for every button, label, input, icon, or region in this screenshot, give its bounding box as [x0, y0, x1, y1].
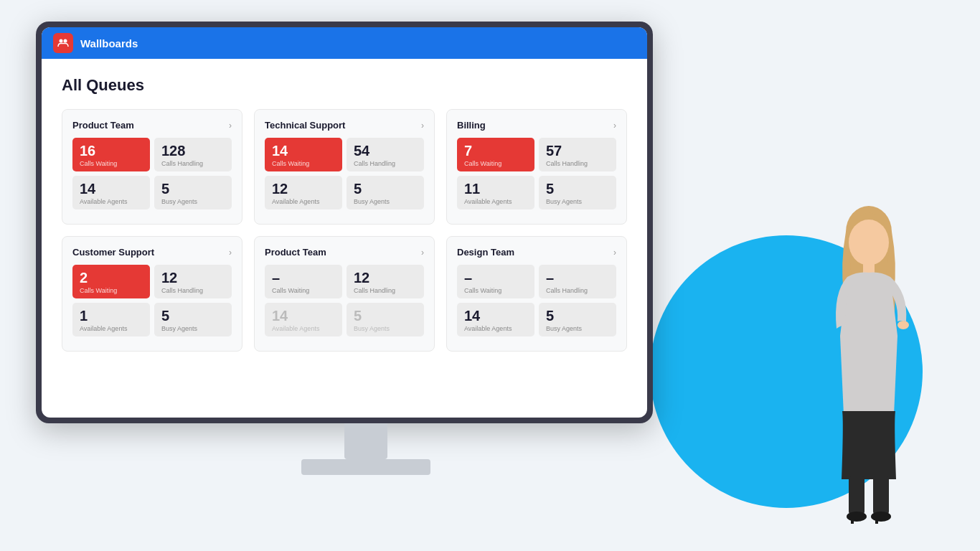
queue-primary-stats-product-team-2: – Calls Waiting 12 Calls Handling [265, 265, 424, 298]
calls-handling-box-design-team: – Calls Handling [539, 265, 616, 298]
queue-secondary-stats-design-team: 14 Available Agents 5 Busy Agents [457, 303, 616, 336]
calls-waiting-box-product-team-2: – Calls Waiting [265, 265, 342, 298]
queue-card-product-team-2[interactable]: Product Team › – Calls Waiting 12 Calls … [254, 236, 435, 352]
main-content: All Queues Product Team › 16 Calls Waiti… [42, 59, 647, 418]
calls-handling-box-technical-support: 54 Calls Handling [347, 138, 424, 171]
busy-agents-box-technical-support: 5 Busy Agents [347, 176, 424, 209]
queue-name-technical-support: Technical Support [265, 120, 345, 131]
calls-handling-label-product-team-1: Calls Handling [161, 160, 225, 167]
queue-card-billing[interactable]: Billing › 7 Calls Waiting 57 Calls Handl… [446, 109, 627, 225]
calls-handling-label-billing: Calls Handling [546, 160, 609, 167]
queue-chevron-product-team-1[interactable]: › [229, 121, 232, 131]
available-agents-label-technical-support: Available Agents [272, 198, 335, 205]
available-agents-box-product-team-1: 14 Available Agents [72, 176, 150, 209]
svg-rect-10 [851, 517, 854, 524]
calls-handling-label-technical-support: Calls Handling [354, 160, 417, 167]
busy-agents-label-customer-support: Busy Agents [161, 325, 225, 332]
busy-agents-box-billing: 5 Busy Agents [539, 176, 616, 209]
queue-header-customer-support: Customer Support › [72, 247, 232, 258]
queue-primary-stats-customer-support: 2 Calls Waiting 12 Calls Handling [72, 265, 232, 298]
calls-handling-label-product-team-2: Calls Handling [354, 287, 417, 294]
monitor-bezel: Wallboards All Queues Product Team › 16 … [36, 22, 653, 423]
calls-handling-value-product-team-2: 12 [354, 269, 417, 286]
busy-agents-label-product-team-2: Busy Agents [354, 325, 417, 332]
busy-agents-label-design-team: Busy Agents [546, 325, 609, 332]
calls-waiting-label-billing: Calls Waiting [464, 160, 527, 167]
calls-handling-box-customer-support: 12 Calls Handling [154, 265, 232, 298]
available-agents-box-product-team-2: 14 Available Agents [265, 303, 342, 336]
busy-agents-value-product-team-1: 5 [161, 180, 225, 197]
busy-agents-value-customer-support: 5 [161, 307, 225, 324]
person-illustration [797, 192, 941, 537]
calls-handling-box-billing: 57 Calls Handling [539, 138, 616, 171]
queue-name-product-team-1: Product Team [72, 120, 134, 131]
svg-point-1 [64, 39, 67, 43]
queue-card-product-team-1[interactable]: Product Team › 16 Calls Waiting 128 Call… [62, 109, 242, 225]
calls-waiting-label-technical-support: Calls Waiting [272, 160, 335, 167]
queue-secondary-stats-billing: 11 Available Agents 5 Busy Agents [457, 176, 616, 209]
queue-card-design-team[interactable]: Design Team › – Calls Waiting – Calls Ha… [446, 236, 627, 352]
queue-chevron-design-team[interactable]: › [613, 248, 616, 258]
busy-agents-box-product-team-1: 5 Busy Agents [154, 176, 232, 209]
calls-waiting-label-product-team-1: Calls Waiting [80, 160, 143, 167]
app-header: Wallboards [42, 27, 647, 59]
monitor: Wallboards All Queues Product Team › 16 … [36, 22, 696, 509]
queue-primary-stats-design-team: – Calls Waiting – Calls Handling [457, 265, 616, 298]
available-agents-box-design-team: 14 Available Agents [457, 303, 534, 336]
queue-chevron-billing[interactable]: › [613, 121, 616, 131]
calls-handling-label-customer-support: Calls Handling [161, 287, 225, 294]
busy-agents-label-billing: Busy Agents [546, 198, 609, 205]
queue-header-design-team: Design Team › [457, 247, 616, 258]
available-agents-label-product-team-2: Available Agents [272, 325, 335, 332]
calls-waiting-box-design-team: – Calls Waiting [457, 265, 534, 298]
svg-rect-7 [873, 476, 889, 515]
calls-handling-box-product-team-2: 12 Calls Handling [347, 265, 424, 298]
queue-header-technical-support: Technical Support › [265, 120, 424, 131]
calls-waiting-value-product-team-2: – [272, 269, 335, 286]
available-agents-value-product-team-2: 14 [272, 307, 335, 324]
busy-agents-value-product-team-2: 5 [354, 307, 417, 324]
queues-grid: Product Team › 16 Calls Waiting 128 Call… [62, 109, 627, 352]
queue-secondary-stats-customer-support: 1 Available Agents 5 Busy Agents [72, 303, 232, 336]
queue-chevron-technical-support[interactable]: › [421, 121, 424, 131]
available-agents-label-billing: Available Agents [464, 198, 527, 205]
queue-name-product-team-2: Product Team [265, 247, 326, 258]
busy-agents-value-billing: 5 [546, 180, 609, 197]
queue-header-product-team-1: Product Team › [72, 120, 232, 131]
queue-secondary-stats-technical-support: 12 Available Agents 5 Busy Agents [265, 176, 424, 209]
monitor-stand [36, 423, 696, 475]
svg-point-3 [849, 220, 889, 265]
calls-waiting-label-product-team-2: Calls Waiting [272, 287, 335, 294]
svg-rect-11 [875, 517, 878, 524]
queue-secondary-stats-product-team-1: 14 Available Agents 5 Busy Agents [72, 176, 232, 209]
available-agents-value-technical-support: 12 [272, 180, 335, 197]
busy-agents-box-product-team-2: 5 Busy Agents [347, 303, 424, 336]
calls-waiting-value-technical-support: 14 [272, 142, 335, 159]
available-agents-value-billing: 11 [464, 180, 527, 197]
queue-primary-stats-product-team-1: 16 Calls Waiting 128 Calls Handling [72, 138, 232, 171]
calls-handling-label-design-team: Calls Handling [546, 287, 609, 294]
queue-card-customer-support[interactable]: Customer Support › 2 Calls Waiting 12 Ca… [62, 236, 242, 352]
app-logo [53, 33, 73, 53]
queue-chevron-customer-support[interactable]: › [229, 248, 232, 258]
queue-name-design-team: Design Team [457, 247, 514, 258]
app-title: Wallboards [80, 37, 138, 50]
busy-agents-value-design-team: 5 [546, 307, 609, 324]
calls-handling-box-product-team-1: 128 Calls Handling [154, 138, 232, 171]
calls-waiting-box-product-team-1: 16 Calls Waiting [72, 138, 150, 171]
available-agents-value-customer-support: 1 [80, 307, 143, 324]
calls-waiting-value-customer-support: 2 [80, 269, 143, 286]
monitor-screen: Wallboards All Queues Product Team › 16 … [42, 27, 647, 418]
calls-handling-value-technical-support: 54 [354, 142, 417, 159]
busy-agents-value-technical-support: 5 [354, 180, 417, 197]
busy-agents-box-customer-support: 5 Busy Agents [154, 303, 232, 336]
svg-point-0 [60, 39, 63, 43]
queue-chevron-product-team-2[interactable]: › [421, 248, 424, 258]
queue-card-technical-support[interactable]: Technical Support › 14 Calls Waiting 54 … [254, 109, 435, 225]
available-agents-value-product-team-1: 14 [80, 180, 143, 197]
queue-header-billing: Billing › [457, 120, 616, 131]
busy-agents-label-product-team-1: Busy Agents [161, 198, 225, 205]
available-agents-label-product-team-1: Available Agents [80, 198, 143, 205]
available-agents-label-customer-support: Available Agents [80, 325, 143, 332]
calls-handling-value-customer-support: 12 [161, 269, 225, 286]
